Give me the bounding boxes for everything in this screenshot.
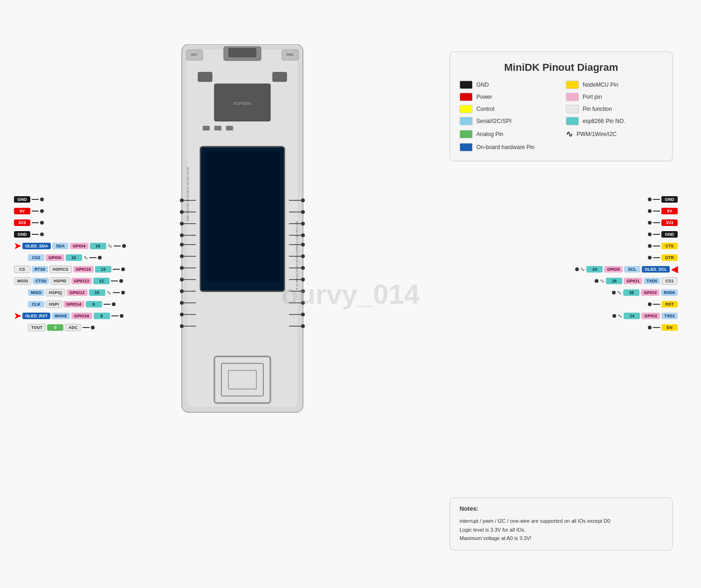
r-pin-dtr-line xyxy=(653,257,660,258)
r-en-line xyxy=(653,327,660,328)
r-pin-3v3-1: 3V3 xyxy=(575,217,678,228)
pin-clk: CLK HSPI GPIO14 6 xyxy=(14,298,126,310)
control-color xyxy=(460,105,473,113)
hspiq-label: HSPIQ xyxy=(46,289,65,296)
svg-text:ESP8266: ESP8266 xyxy=(234,101,251,106)
r-pin-cts-dot xyxy=(648,244,652,248)
svg-text:RST: RST xyxy=(191,53,198,56)
r-pin-dtr-label: DTR xyxy=(661,254,678,261)
r-pin-oled-scl: ∿ 24 GPIO5 SCL OLED_SCL ◀ xyxy=(575,263,678,275)
legend-portpin: Port pin xyxy=(566,93,663,101)
txd1-label: TXD1 xyxy=(661,313,678,319)
miso-dot xyxy=(121,291,125,294)
svg-point-60 xyxy=(301,222,305,226)
oled-rst-line xyxy=(111,315,118,316)
num25-label: 25 xyxy=(623,289,639,296)
svg-point-67 xyxy=(301,301,305,305)
serial-color xyxy=(460,117,473,125)
rxd0-label: RXD0 xyxy=(661,289,678,296)
svg-rect-3 xyxy=(228,48,256,57)
clk-line xyxy=(103,304,110,305)
svg-point-66 xyxy=(301,289,305,293)
control-label: Control xyxy=(476,106,495,112)
num6-label: 6 xyxy=(86,301,102,308)
svg-rect-38 xyxy=(198,72,212,82)
legend-grid: GND NodeMCU Pin Power Port pin Control P… xyxy=(460,81,663,151)
r-pin-rst: RST xyxy=(575,298,678,310)
num14-label: 14 xyxy=(624,313,640,319)
svg-point-64 xyxy=(301,266,305,270)
miso-label: MISO xyxy=(28,289,44,296)
gpio2-label: GPIO2 xyxy=(641,313,660,319)
svg-point-53 xyxy=(180,278,184,281)
r-pin-5v-1-label: 5V xyxy=(661,208,678,214)
legend-gnd: GND xyxy=(460,81,557,89)
legend-control: Control xyxy=(460,105,557,113)
r-pin-3v3-1-line xyxy=(653,222,660,223)
adc-label: ADC xyxy=(65,324,81,331)
wave-cs1: ∿ xyxy=(600,278,605,284)
oled-rst-dot xyxy=(120,314,124,318)
oled-sda-label: OLED_SDA xyxy=(22,243,51,249)
wake-label: WAKE xyxy=(52,313,70,319)
txd0-label: TXD0 xyxy=(644,278,660,284)
svg-point-50 xyxy=(180,243,184,246)
svg-text:GND 3.3G ND U2 D3 D8 D7 D5 SCL: GND 3.3G ND U2 D3 D8 D7 D5 SCL D0 A0 xyxy=(186,167,189,221)
tout-dot xyxy=(91,326,95,329)
note-line-3: Maximum voltage at A0 is 3.3V! xyxy=(460,534,663,543)
oled-rst-label: OLED_RST xyxy=(22,313,50,319)
gnd-label: GND xyxy=(476,82,489,88)
svg-point-56 xyxy=(180,313,184,316)
svg-rect-40 xyxy=(203,126,210,130)
pin-3v3-1-dot xyxy=(40,221,44,225)
svg-point-55 xyxy=(180,301,184,305)
pin-oled-sda: ➤ OLED_SDA SDA GPIO4 16 ∿ xyxy=(14,240,126,252)
pin-3v3-1: 3V3 xyxy=(14,217,126,228)
oled-rst-arrow: ➤ xyxy=(14,311,21,321)
tout-line xyxy=(82,327,89,328)
wave-oled-sda: ∿ xyxy=(108,243,112,249)
left-pin-labels: GND 5V 3V3 GND ➤ OLED_SDA SDA GPIO4 xyxy=(14,193,126,333)
r-pin-5v-1-dot xyxy=(648,209,652,213)
hspics-label: HSPICS xyxy=(49,266,72,273)
power-label: Power xyxy=(476,94,492,100)
pin-3v3-1-line xyxy=(32,222,39,223)
oled-sda-arrow: ➤ xyxy=(14,241,21,251)
svg-point-47 xyxy=(180,210,184,214)
svg-point-62 xyxy=(301,243,305,246)
cs-label: CS xyxy=(14,266,30,273)
svg-point-57 xyxy=(180,324,184,328)
cs-line xyxy=(113,269,120,270)
r-oled-scl-dot xyxy=(575,267,579,271)
r-pin-gnd-1: GND xyxy=(575,193,678,205)
gpio16-label: GPIO16 xyxy=(71,313,92,319)
pin-gnd-2-label: GND xyxy=(14,231,30,238)
pwm-label: PWM/1Wire/I2C xyxy=(577,131,617,137)
r-pin-cts-label: CTS xyxy=(661,243,678,249)
portpin-color xyxy=(566,93,579,101)
pin-oled-rst: ➤ OLED_RST WAKE GPIO16 8 xyxy=(14,310,126,321)
num16-label: 16 xyxy=(90,243,106,249)
mosi-label: MOSI xyxy=(14,277,31,285)
sda-label: SDA xyxy=(52,243,69,249)
r-rxd0-dot xyxy=(612,291,616,294)
r-pin-en: EN xyxy=(575,321,678,333)
r-pin-rst-label: RST xyxy=(661,301,678,308)
legend-box: MiniDK Pinout Diagram GND NodeMCU Pin Po… xyxy=(449,51,673,162)
gpio12-label: GPIO12 xyxy=(67,289,88,296)
pin-cs2: CS2 GPIO0 15 ∿ xyxy=(14,252,126,263)
gpio1-label: GPIO1 xyxy=(624,278,642,284)
main-container: ourvy_014 MiniDK Pinout Diagram GND Node… xyxy=(0,0,701,588)
svg-point-51 xyxy=(180,254,184,258)
right-pin-labels: GND 5V 3V3 GND CTS DTR xyxy=(575,193,678,333)
wave-miso: ∿ xyxy=(107,289,111,296)
svg-point-61 xyxy=(301,233,305,237)
r-cs1-dot xyxy=(595,279,598,283)
notes-text: interrupt / pwm / I2C / one-wire are sup… xyxy=(460,517,663,543)
r-pin-3v3-1-label: 3V3 xyxy=(661,219,678,226)
num24-label: 24 xyxy=(586,266,603,273)
legend-power: Power xyxy=(460,93,557,101)
svg-rect-39 xyxy=(273,72,287,82)
legend-onboard: On-board hardware Pin xyxy=(460,143,663,151)
oled-scl-arrow: ◀ xyxy=(671,264,678,274)
